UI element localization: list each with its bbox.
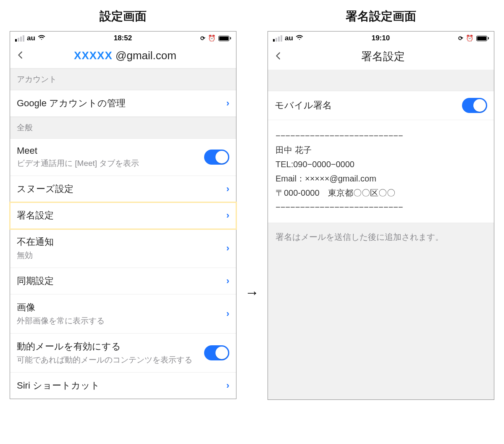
rotation-lock-icon: ⟳ [200,35,205,42]
chevron-right-icon: › [226,243,229,254]
signature-line: 〒000-0000 東京都〇〇区〇〇 [276,186,486,200]
row-dynamic-mail[interactable]: 動的メールを有効にする 可能であれば動的メールのコンテンツを表示する [10,334,236,373]
row-label: モバイル署名 [275,99,457,112]
rotation-lock-icon: ⟳ [458,35,463,42]
carrier-label: au [27,34,35,42]
row-sublabel: 可能であれば動的メールのコンテンツを表示する [17,355,199,365]
nav-bar: XXXXX @gmail.com [10,45,236,68]
status-bar: au 18:52 ⟳ ⏰ [10,32,236,45]
carrier-label: au [285,34,293,42]
chevron-right-icon: › [226,276,229,286]
row-sync-settings[interactable]: 同期設定 › [10,268,236,294]
spacer [268,70,494,91]
meet-toggle[interactable] [204,150,229,165]
signature-line: TEL:090−0000−0000 [276,157,486,171]
signature-line: 田中 花子 [276,143,486,157]
chevron-right-icon: › [226,380,229,391]
chevron-right-icon: › [226,308,229,319]
row-label: Siri ショートカット [17,379,221,392]
row-label: Meet [17,145,199,156]
alarm-icon: ⏰ [466,34,474,42]
signature-footer-note: 署名はメールを送信した後に追加されます。 [268,223,494,399]
arrow-between-screens: → [245,284,259,301]
row-label: 同期設定 [17,275,221,287]
nav-title-masked: XXXXX [74,49,113,62]
signature-line: −−−−−−−−−−−−−−−−−−−−−−−−−− [276,129,486,143]
row-meet[interactable]: Meet ビデオ通話用に [Meet] タブを表示 [10,139,236,176]
wifi-icon [38,34,45,42]
column-title-right: 署名設定画面 [346,8,416,24]
chevron-right-icon: › [226,98,229,109]
mobile-signature-toggle[interactable] [462,98,487,113]
row-images[interactable]: 画像 外部画像を常に表示する › [10,294,236,334]
signal-icon [273,35,282,42]
chevron-right-icon: › [226,210,229,221]
back-button[interactable] [274,51,284,62]
chevron-right-icon: › [226,184,229,194]
battery-icon [218,36,231,41]
row-sublabel: 無効 [17,250,221,261]
row-siri-shortcuts[interactable]: Siri ショートカット › [10,373,236,399]
status-time: 19:10 [303,34,458,42]
row-label: スヌーズ設定 [17,183,221,195]
nav-title-domain: @gmail.com [113,49,176,62]
signature-line: Email：×××××@gmail.com [276,171,486,186]
signature-line: −−−−−−−−−−−−−−−−−−−−−−−−−− [276,200,486,214]
row-label: 動的メールを有効にする [17,340,199,353]
status-time: 18:52 [45,34,200,42]
row-label: 署名設定 [17,209,221,222]
nav-bar: 署名設定 [268,45,494,70]
back-button[interactable] [16,50,26,61]
phone-right: au 19:10 ⟳ ⏰ 署名設定 モバイル署名 −−−−−−− [268,31,494,400]
signature-text-area[interactable]: −−−−−−−−−−−−−−−−−−−−−−−−−− 田中 花子 TEL:090… [268,120,494,223]
row-label: 画像 [17,301,221,314]
section-header-general: 全般 [10,117,236,139]
wifi-icon [296,34,303,42]
status-bar: au 19:10 ⟳ ⏰ [268,32,494,45]
row-manage-google-account[interactable]: Google アカウントの管理 › [10,90,236,117]
column-title-left: 設定画面 [100,8,147,24]
battery-icon [476,36,489,41]
section-header-account: アカウント [10,68,236,90]
row-sublabel: ビデオ通話用に [Meet] タブを表示 [17,158,199,169]
alarm-icon: ⏰ [208,34,216,42]
settings-screen-column: 設定画面 au 18:52 ⟳ ⏰ XXXXX @gmail.com [10,8,236,399]
signal-icon [15,35,24,42]
row-signature-settings[interactable]: 署名設定 › [10,202,236,229]
row-label: 不在通知 [17,236,221,248]
row-snooze[interactable]: スヌーズ設定 › [10,176,236,202]
row-sublabel: 外部画像を常に表示する [17,315,221,326]
phone-left: au 18:52 ⟳ ⏰ XXXXX @gmail.com アカウント Goog… [10,31,236,399]
row-mobile-signature[interactable]: モバイル署名 [268,91,494,120]
signature-screen-column: 署名設定画面 au 19:10 ⟳ ⏰ 署名設定 [268,8,494,400]
row-out-of-office[interactable]: 不在通知 無効 › [10,229,236,268]
dynamic-mail-toggle[interactable] [204,345,229,360]
nav-title: 署名設定 [288,49,488,64]
row-label: Google アカウントの管理 [17,97,221,110]
nav-title: XXXXX @gmail.com [30,49,230,62]
